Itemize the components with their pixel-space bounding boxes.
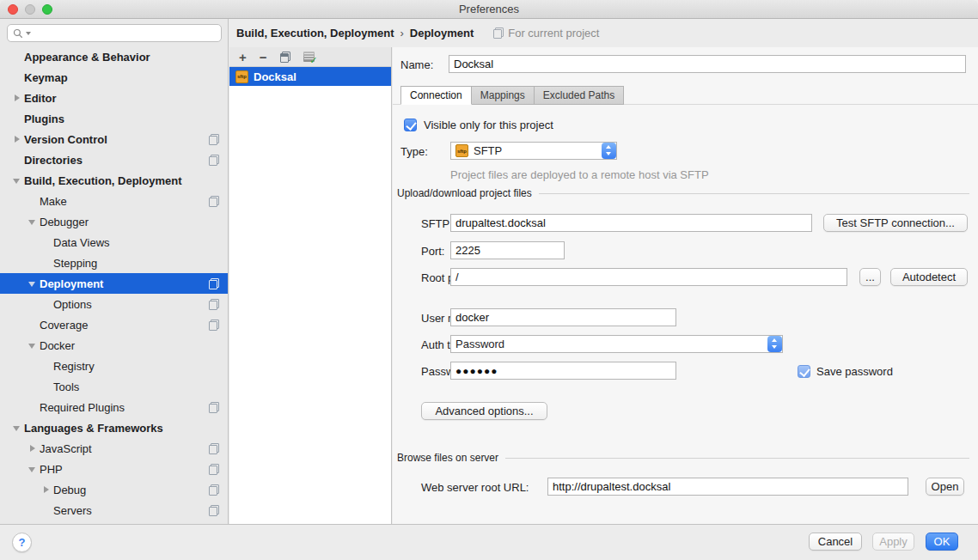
sidebar-item-php[interactable]: PHP — [0, 459, 228, 479]
test-sftp-connection-button[interactable]: Test SFTP connection... — [823, 214, 968, 232]
sidebar-item-javascript[interactable]: JavaScript — [0, 438, 228, 459]
browse-root-path-button[interactable]: ... — [859, 268, 881, 286]
remove-server-button[interactable]: − — [260, 51, 267, 64]
sidebar-item-make[interactable]: Make — [0, 191, 228, 211]
project-level-icon — [209, 402, 219, 413]
arrow-spacer — [26, 191, 40, 211]
arrow-spacer — [40, 356, 53, 376]
sidebar-item-label: PHP — [40, 463, 63, 476]
duplicate-server-button[interactable] — [280, 52, 290, 63]
close-button[interactable] — [8, 4, 18, 15]
server-list-item-docksal[interactable]: sftp Docksal — [229, 67, 391, 86]
sidebar-item-docker[interactable]: Docker — [0, 335, 228, 356]
project-level-icon — [209, 134, 219, 145]
sidebar-item-label: Version Control — [24, 133, 107, 146]
password-input[interactable] — [450, 362, 676, 380]
sidebar-item-label: Coverage — [40, 319, 88, 332]
deployment-form: Name: Connection Mappings Excluded Paths… — [393, 47, 978, 524]
sidebar-item-debugger[interactable]: Debugger — [0, 211, 228, 232]
chevron-right-icon[interactable] — [10, 88, 24, 108]
sftp-icon: sftp — [235, 70, 248, 83]
sftp-host-input[interactable] — [450, 214, 812, 232]
sidebar-item-label: Plugins — [24, 113, 64, 125]
sidebar-item-plugins[interactable]: Plugins — [0, 108, 228, 129]
sidebar-item-coverage[interactable]: Coverage — [0, 314, 228, 335]
sidebar-item-label: Directories — [24, 154, 83, 167]
tab-excluded-paths[interactable]: Excluded Paths — [534, 86, 624, 105]
root-path-input[interactable] — [450, 268, 847, 286]
breadcrumb-section[interactable]: Build, Execution, Deployment — [236, 27, 394, 40]
search-box[interactable] — [7, 24, 222, 42]
visible-only-checkbox[interactable] — [404, 119, 417, 131]
autodetect-button[interactable]: Autodetect — [890, 268, 968, 286]
arrow-spacer — [26, 397, 40, 417]
chevron-right-icon[interactable] — [40, 479, 53, 500]
sidebar-item-label: Deployment — [40, 277, 103, 290]
use-as-default-server-button[interactable] — [303, 52, 315, 62]
sidebar-item-options[interactable]: Options — [0, 294, 228, 314]
port-input[interactable] — [450, 241, 565, 259]
sidebar-item-label: JavaScript — [40, 442, 92, 455]
sidebar-item-appearance-behavior[interactable]: Appearance & Behavior — [0, 46, 228, 67]
ok-button[interactable]: OK — [926, 533, 958, 551]
type-help-text: Project files are deployed to a remote h… — [450, 165, 709, 184]
sidebar-item-build-execution-deployment[interactable]: Build, Execution, Deployment — [0, 170, 228, 191]
sidebar-item-label: Debugger — [40, 216, 89, 228]
project-level-icon — [209, 464, 219, 475]
sidebar-item-servers[interactable]: Servers — [0, 500, 228, 520]
search-input[interactable] — [34, 27, 216, 40]
sidebar-item-label: Stepping — [53, 257, 97, 270]
type-dropdown[interactable]: sftp SFTP — [450, 142, 617, 160]
auth-type-value: Password — [455, 338, 504, 350]
sidebar-item-stepping[interactable]: Stepping — [0, 253, 228, 273]
sidebar-item-keymap[interactable]: Keymap — [0, 67, 228, 88]
zoom-button[interactable] — [42, 4, 52, 15]
chevron-down-icon[interactable] — [26, 335, 40, 356]
apply-button[interactable]: Apply — [872, 533, 914, 551]
chevron-right-icon[interactable] — [26, 438, 40, 459]
sidebar-item-debug[interactable]: Debug — [0, 479, 228, 500]
project-level-icon — [209, 278, 219, 289]
chevron-down-icon[interactable] — [26, 211, 40, 232]
user-name-input[interactable] — [450, 308, 676, 326]
minimize-button[interactable] — [25, 4, 35, 15]
chevron-down-icon[interactable] — [26, 273, 40, 294]
sidebar-item-label: Editor — [24, 92, 57, 105]
arrow-spacer — [40, 500, 53, 520]
sidebar-item-label: Keymap — [24, 71, 68, 84]
sidebar-item-directories[interactable]: Directories — [0, 149, 228, 170]
sidebar-item-tools[interactable]: Tools — [0, 376, 228, 397]
tab-mappings[interactable]: Mappings — [471, 86, 535, 105]
scope-indicator: For current project — [493, 27, 599, 40]
chevron-right-icon[interactable] — [10, 129, 24, 149]
sidebar-item-registry[interactable]: Registry — [0, 356, 228, 376]
sidebar-item-editor[interactable]: Editor — [0, 88, 228, 108]
sidebar-item-version-control[interactable]: Version Control — [0, 129, 228, 149]
upload-section-header: Upload/download project files — [397, 186, 969, 200]
sidebar-item-required-plugins[interactable]: Required Plugins — [0, 397, 228, 417]
name-input[interactable] — [449, 55, 966, 73]
project-level-icon — [209, 484, 219, 496]
web-root-input[interactable] — [547, 478, 908, 496]
help-button[interactable]: ? — [12, 533, 32, 552]
search-icon — [13, 28, 23, 39]
chevron-down-icon[interactable] — [26, 459, 40, 479]
save-password-checkbox[interactable] — [798, 365, 810, 378]
sidebar-item-label: Options — [53, 298, 92, 311]
sidebar-item-data-views[interactable]: Data Views — [0, 232, 228, 253]
sidebar-item-languages-frameworks[interactable]: Languages & Frameworks — [0, 417, 228, 438]
cancel-button[interactable]: Cancel — [809, 533, 862, 551]
breadcrumb-page[interactable]: Deployment — [410, 27, 474, 40]
chevron-down-icon[interactable] — [10, 170, 24, 191]
tab-connection[interactable]: Connection — [400, 86, 472, 105]
chevron-down-icon[interactable] — [10, 417, 24, 438]
open-button[interactable]: Open — [926, 478, 964, 496]
sidebar-item-label: Registry — [53, 360, 95, 373]
search-filter-caret-icon[interactable] — [26, 32, 31, 35]
add-server-button[interactable]: + — [239, 51, 247, 64]
visible-only-label: Visible only for this project — [424, 119, 553, 131]
advanced-options-button[interactable]: Advanced options... — [421, 402, 547, 420]
sidebar-item-deployment-selected[interactable]: Deployment — [0, 273, 228, 294]
sidebar-item-label: Docker — [40, 339, 75, 352]
auth-type-dropdown[interactable]: Password — [450, 335, 783, 353]
